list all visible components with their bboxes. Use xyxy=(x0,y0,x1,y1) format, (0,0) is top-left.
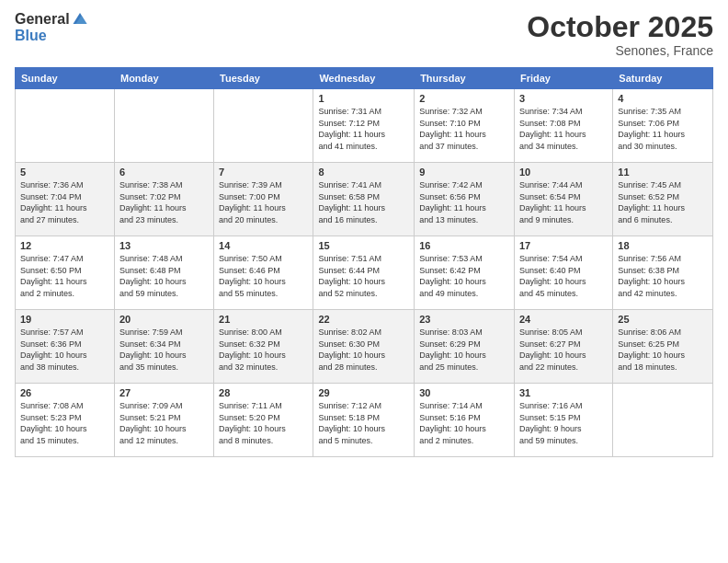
day-info: Sunrise: 7:34 AM Sunset: 7:08 PM Dayligh… xyxy=(519,106,608,152)
day-number: 14 xyxy=(219,240,308,251)
day-info: Sunrise: 7:41 AM Sunset: 6:58 PM Dayligh… xyxy=(318,179,409,225)
day-info: Sunrise: 7:42 AM Sunset: 6:56 PM Dayligh… xyxy=(419,179,509,225)
calendar-cell: 15Sunrise: 7:51 AM Sunset: 6:44 PM Dayli… xyxy=(313,236,415,310)
day-number: 6 xyxy=(119,167,209,178)
day-info: Sunrise: 7:39 AM Sunset: 7:00 PM Dayligh… xyxy=(219,179,308,225)
header-saturday: Saturday xyxy=(613,68,713,89)
day-number: 9 xyxy=(419,167,509,178)
day-info: Sunrise: 7:31 AM Sunset: 7:12 PM Dayligh… xyxy=(318,106,409,152)
title-block: October 2025 Senones, France xyxy=(527,11,713,58)
day-number: 20 xyxy=(119,314,209,325)
day-number: 21 xyxy=(219,314,308,325)
day-info: Sunrise: 8:05 AM Sunset: 6:27 PM Dayligh… xyxy=(519,327,608,373)
day-number: 24 xyxy=(519,314,608,325)
day-info: Sunrise: 7:56 AM Sunset: 6:38 PM Dayligh… xyxy=(618,253,708,299)
day-number: 26 xyxy=(20,387,109,398)
header-thursday: Thursday xyxy=(415,68,515,89)
calendar-cell: 8Sunrise: 7:41 AM Sunset: 6:58 PM Daylig… xyxy=(313,163,415,236)
day-info: Sunrise: 7:53 AM Sunset: 6:42 PM Dayligh… xyxy=(419,253,509,299)
day-info: Sunrise: 7:44 AM Sunset: 6:54 PM Dayligh… xyxy=(519,179,608,225)
calendar-cell: 30Sunrise: 7:14 AM Sunset: 5:16 PM Dayli… xyxy=(415,384,515,457)
calendar-week-4: 26Sunrise: 7:08 AM Sunset: 5:23 PM Dayli… xyxy=(16,384,713,457)
calendar-cell: 22Sunrise: 8:02 AM Sunset: 6:30 PM Dayli… xyxy=(313,310,415,384)
day-number: 1 xyxy=(318,93,409,104)
calendar-cell: 23Sunrise: 8:03 AM Sunset: 6:29 PM Dayli… xyxy=(415,310,515,384)
day-info: Sunrise: 8:00 AM Sunset: 6:32 PM Dayligh… xyxy=(219,327,308,373)
header-friday: Friday xyxy=(514,68,612,89)
calendar-cell: 6Sunrise: 7:38 AM Sunset: 7:02 PM Daylig… xyxy=(114,163,213,236)
calendar-week-1: 5Sunrise: 7:36 AM Sunset: 7:04 PM Daylig… xyxy=(16,163,713,236)
day-number: 11 xyxy=(618,167,708,178)
day-info: Sunrise: 7:59 AM Sunset: 6:34 PM Dayligh… xyxy=(119,327,209,373)
day-info: Sunrise: 7:51 AM Sunset: 6:44 PM Dayligh… xyxy=(318,253,409,299)
calendar-cell: 29Sunrise: 7:12 AM Sunset: 5:18 PM Dayli… xyxy=(313,384,415,457)
calendar-cell: 17Sunrise: 7:54 AM Sunset: 6:40 PM Dayli… xyxy=(514,236,612,310)
day-number: 12 xyxy=(20,240,109,251)
day-number: 30 xyxy=(419,387,509,398)
day-number: 23 xyxy=(419,314,509,325)
day-info: Sunrise: 7:36 AM Sunset: 7:04 PM Dayligh… xyxy=(20,179,109,225)
day-number: 4 xyxy=(618,93,708,104)
day-number: 8 xyxy=(318,167,409,178)
calendar-cell: 13Sunrise: 7:48 AM Sunset: 6:48 PM Dayli… xyxy=(114,236,213,310)
day-info: Sunrise: 7:50 AM Sunset: 6:46 PM Dayligh… xyxy=(219,253,308,299)
logo-general: General xyxy=(15,11,70,28)
calendar-cell: 7Sunrise: 7:39 AM Sunset: 7:00 PM Daylig… xyxy=(214,163,313,236)
header-monday: Monday xyxy=(114,68,213,89)
calendar-cell: 14Sunrise: 7:50 AM Sunset: 6:46 PM Dayli… xyxy=(214,236,313,310)
calendar-cell: 24Sunrise: 8:05 AM Sunset: 6:27 PM Dayli… xyxy=(514,310,612,384)
day-info: Sunrise: 7:12 AM Sunset: 5:18 PM Dayligh… xyxy=(318,400,409,446)
header: General Blue October 2025 Senones, Franc… xyxy=(15,11,713,58)
location-title: Senones, France xyxy=(527,43,713,58)
calendar-cell: 3Sunrise: 7:34 AM Sunset: 7:08 PM Daylig… xyxy=(514,89,612,163)
calendar-cell: 5Sunrise: 7:36 AM Sunset: 7:04 PM Daylig… xyxy=(16,163,115,236)
calendar-cell: 9Sunrise: 7:42 AM Sunset: 6:56 PM Daylig… xyxy=(415,163,515,236)
header-wednesday: Wednesday xyxy=(313,68,415,89)
day-info: Sunrise: 8:03 AM Sunset: 6:29 PM Dayligh… xyxy=(419,327,509,373)
day-number: 17 xyxy=(519,240,608,251)
calendar-cell: 16Sunrise: 7:53 AM Sunset: 6:42 PM Dayli… xyxy=(415,236,515,310)
day-info: Sunrise: 7:54 AM Sunset: 6:40 PM Dayligh… xyxy=(519,253,608,299)
calendar: Sunday Monday Tuesday Wednesday Thursday… xyxy=(15,67,713,457)
day-number: 18 xyxy=(618,240,708,251)
day-info: Sunrise: 7:38 AM Sunset: 7:02 PM Dayligh… xyxy=(119,179,209,225)
calendar-cell: 11Sunrise: 7:45 AM Sunset: 6:52 PM Dayli… xyxy=(613,163,713,236)
calendar-cell: 10Sunrise: 7:44 AM Sunset: 6:54 PM Dayli… xyxy=(514,163,612,236)
day-info: Sunrise: 7:47 AM Sunset: 6:50 PM Dayligh… xyxy=(20,253,109,299)
calendar-week-2: 12Sunrise: 7:47 AM Sunset: 6:50 PM Dayli… xyxy=(16,236,713,310)
logo-text: General Blue xyxy=(15,11,88,43)
day-number: 31 xyxy=(519,387,608,398)
day-number: 2 xyxy=(419,93,509,104)
calendar-cell xyxy=(613,384,713,457)
calendar-cell xyxy=(214,89,313,163)
calendar-cell: 31Sunrise: 7:16 AM Sunset: 5:15 PM Dayli… xyxy=(514,384,612,457)
day-number: 5 xyxy=(20,167,109,178)
day-number: 25 xyxy=(618,314,708,325)
calendar-cell: 27Sunrise: 7:09 AM Sunset: 5:21 PM Dayli… xyxy=(114,384,213,457)
calendar-cell xyxy=(114,89,213,163)
day-number: 27 xyxy=(119,387,209,398)
calendar-cell: 21Sunrise: 8:00 AM Sunset: 6:32 PM Dayli… xyxy=(214,310,313,384)
day-number: 16 xyxy=(419,240,509,251)
day-number: 10 xyxy=(519,167,608,178)
calendar-cell: 26Sunrise: 7:08 AM Sunset: 5:23 PM Dayli… xyxy=(16,384,115,457)
calendar-cell: 25Sunrise: 8:06 AM Sunset: 6:25 PM Dayli… xyxy=(613,310,713,384)
day-info: Sunrise: 7:09 AM Sunset: 5:21 PM Dayligh… xyxy=(119,400,209,446)
calendar-header-row: Sunday Monday Tuesday Wednesday Thursday… xyxy=(16,68,713,89)
day-info: Sunrise: 7:08 AM Sunset: 5:23 PM Dayligh… xyxy=(20,400,109,446)
calendar-cell: 18Sunrise: 7:56 AM Sunset: 6:38 PM Dayli… xyxy=(613,236,713,310)
calendar-week-3: 19Sunrise: 7:57 AM Sunset: 6:36 PM Dayli… xyxy=(16,310,713,384)
calendar-cell: 19Sunrise: 7:57 AM Sunset: 6:36 PM Dayli… xyxy=(16,310,115,384)
calendar-cell: 2Sunrise: 7:32 AM Sunset: 7:10 PM Daylig… xyxy=(415,89,515,163)
calendar-cell: 1Sunrise: 7:31 AM Sunset: 7:12 PM Daylig… xyxy=(313,89,415,163)
day-number: 22 xyxy=(318,314,409,325)
day-info: Sunrise: 7:35 AM Sunset: 7:06 PM Dayligh… xyxy=(618,106,708,152)
day-number: 15 xyxy=(318,240,409,251)
day-number: 13 xyxy=(119,240,209,251)
calendar-cell: 20Sunrise: 7:59 AM Sunset: 6:34 PM Dayli… xyxy=(114,310,213,384)
day-info: Sunrise: 7:45 AM Sunset: 6:52 PM Dayligh… xyxy=(618,179,708,225)
day-number: 28 xyxy=(219,387,308,398)
calendar-week-0: 1Sunrise: 7:31 AM Sunset: 7:12 PM Daylig… xyxy=(16,89,713,163)
calendar-cell: 28Sunrise: 7:11 AM Sunset: 5:20 PM Dayli… xyxy=(214,384,313,457)
calendar-cell xyxy=(16,89,115,163)
